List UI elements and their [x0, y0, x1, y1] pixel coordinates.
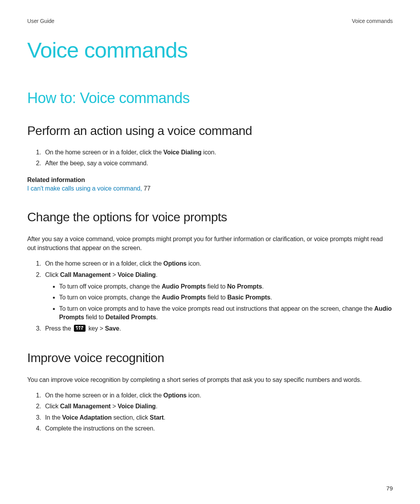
perform-title: Perform an action using a voice command — [27, 124, 393, 138]
change-bullet-1: To turn off voice prompts, change the Au… — [59, 282, 393, 291]
related-link-page: 77 — [144, 185, 150, 192]
related-link-row: I can't make calls using a voice command… — [27, 185, 393, 192]
improve-step-4: Complete the instructions on the screen. — [43, 424, 393, 433]
change-intro: After you say a voice command, voice pro… — [27, 234, 393, 252]
header-right: Voice commands — [352, 18, 393, 24]
page-header: User Guide Voice commands — [27, 18, 393, 24]
blackberry-key-icon — [74, 325, 86, 332]
page-number: 79 — [386, 485, 393, 492]
change-step-1: On the home screen or in a folder, click… — [43, 259, 393, 268]
change-steps: On the home screen or in a folder, click… — [27, 259, 393, 333]
header-left: User Guide — [27, 18, 54, 24]
change-bullets: To turn off voice prompts, change the Au… — [45, 282, 393, 322]
change-bullet-2: To turn on voice prompts, change the Aud… — [59, 293, 393, 302]
page-title: Voice commands — [27, 37, 393, 63]
improve-step-1: On the home screen or in a folder, click… — [43, 391, 393, 400]
improve-steps: On the home screen or in a folder, click… — [27, 391, 393, 433]
page: User Guide Voice commands Voice commands… — [0, 0, 420, 504]
improve-step-2: Click Call Management > Voice Dialing. — [43, 402, 393, 411]
change-step-3: Press the key > Save. — [43, 324, 393, 333]
perform-steps: On the home screen or in a folder, click… — [27, 148, 393, 168]
improve-step-3: In the Voice Adaptation section, click S… — [43, 413, 393, 422]
section-change: Change the options for voice prompts Aft… — [27, 210, 393, 333]
change-step-2: Click Call Management > Voice Dialing. T… — [43, 271, 393, 322]
related-link[interactable]: I can't make calls using a voice command… — [27, 185, 144, 192]
related-info-heading: Related information — [27, 177, 393, 184]
improve-intro: You can improve voice recognition by com… — [27, 375, 393, 384]
change-bullet-3: To turn on voice prompts and to have the… — [59, 304, 393, 322]
perform-step-1: On the home screen or in a folder, click… — [43, 148, 393, 157]
section-title: How to: Voice commands — [27, 90, 393, 107]
improve-title: Improve voice recognition — [27, 351, 393, 365]
perform-step-2: After the beep, say a voice command. — [43, 159, 393, 168]
section-perform: Perform an action using a voice command … — [27, 124, 393, 192]
section-improve: Improve voice recognition You can improv… — [27, 351, 393, 433]
change-title: Change the options for voice prompts — [27, 210, 393, 224]
